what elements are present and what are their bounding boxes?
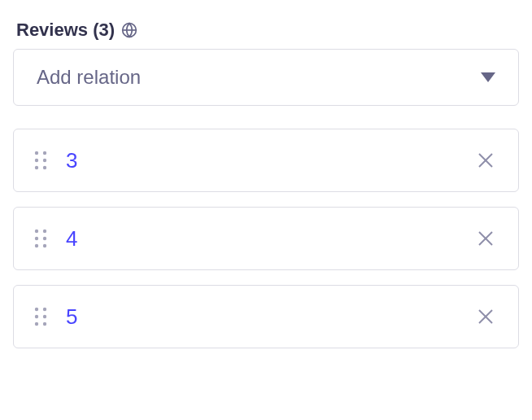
svg-point-19 — [35, 315, 38, 318]
svg-point-3 — [35, 159, 38, 162]
relation-link[interactable]: 3 — [66, 148, 473, 173]
svg-point-12 — [43, 237, 46, 240]
close-icon — [476, 229, 495, 248]
relation-link[interactable]: 5 — [66, 304, 473, 330]
close-icon — [476, 151, 495, 170]
globe-icon — [121, 22, 137, 38]
field-label-text: Reviews (3) — [16, 20, 115, 41]
svg-point-10 — [43, 230, 46, 233]
remove-relation-button[interactable] — [473, 225, 499, 252]
relation-item: 3 — [13, 129, 519, 192]
svg-point-21 — [35, 322, 38, 326]
svg-point-9 — [35, 230, 38, 233]
relation-item: 4 — [13, 207, 519, 270]
svg-point-18 — [43, 308, 46, 311]
svg-point-13 — [35, 244, 38, 247]
drag-handle-icon[interactable] — [33, 228, 48, 249]
svg-point-14 — [43, 244, 46, 247]
svg-point-22 — [43, 322, 46, 326]
remove-relation-button[interactable] — [473, 304, 499, 330]
svg-point-2 — [43, 151, 46, 155]
add-relation-combobox[interactable]: Add relation — [13, 49, 519, 106]
drag-handle-icon[interactable] — [33, 306, 48, 327]
svg-point-11 — [35, 237, 38, 240]
svg-point-6 — [43, 166, 46, 169]
close-icon — [476, 307, 495, 326]
svg-point-5 — [35, 166, 38, 169]
svg-point-17 — [35, 308, 38, 311]
svg-point-4 — [43, 159, 46, 162]
svg-point-1 — [35, 151, 38, 155]
combobox-placeholder: Add relation — [37, 66, 141, 89]
relation-item: 5 — [13, 285, 519, 348]
svg-point-20 — [43, 315, 46, 318]
field-label: Reviews (3) — [13, 20, 519, 41]
drag-handle-icon[interactable] — [33, 150, 48, 171]
caret-down-icon — [481, 72, 495, 82]
relation-link[interactable]: 4 — [66, 226, 473, 252]
remove-relation-button[interactable] — [473, 147, 499, 173]
